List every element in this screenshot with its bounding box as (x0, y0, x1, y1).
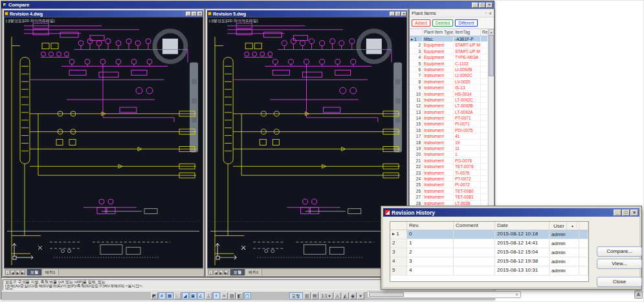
plant-item-row[interactable]: 24InstrumentPT-0072 (410, 176, 488, 182)
plant-item-row[interactable]: 2EquipmentSTART-UP MO... (410, 42, 488, 48)
revision5-titlebar[interactable]: Revision 5.dwg _ □ × (207, 10, 407, 17)
plant-item-row[interactable]: 19Instrument11 (410, 146, 488, 151)
scroll-thumb[interactable] (489, 35, 494, 76)
plant-item-row[interactable]: 16InstrumentPDI-0075 (410, 127, 488, 133)
plant-item-row[interactable]: 23InstrumentTI-0076 (410, 170, 488, 176)
tab-model[interactable]: 모형 (230, 269, 245, 275)
revision-history-title: Revision History (392, 210, 435, 216)
filter-added-button[interactable]: Added (412, 19, 430, 27)
view-button[interactable]: View... (597, 259, 642, 269)
ime-indicator[interactable]: A (634, 290, 643, 299)
plant-item-row[interactable]: 21InstrumentPG-0076 (410, 158, 488, 164)
plant-item-row[interactable]: 11InstrumentLT-0092C (410, 97, 488, 103)
maximize-button[interactable]: □ (479, 3, 485, 8)
plant-item-row[interactable]: 13InstrumentLT-0092A (410, 109, 488, 115)
cell: Instrument (423, 97, 454, 102)
plant-item-row[interactable]: 9InstrumentIS-13 (410, 85, 488, 91)
cell (481, 72, 488, 78)
revision-row[interactable]: 542015-08-13 10:31admin (390, 266, 588, 275)
annotation-scale-button[interactable]: 1:1 ▾ (319, 292, 333, 299)
ortho-icon[interactable]: ∟ (174, 292, 181, 299)
revision-column-headers[interactable]: Rev. Comment Date User▲ (390, 222, 588, 230)
horizontal-scrollbar[interactable] (367, 291, 521, 298)
drawing-canvas-revision4[interactable]: [-][평면도][2D 와이어프레임] (4, 17, 203, 268)
workspace-switching-icon[interactable]: ◉ (350, 292, 357, 299)
minimize-button[interactable]: _ (390, 12, 395, 16)
pin-icon[interactable]: ▫ (485, 11, 487, 16)
close-button[interactable]: × (486, 3, 493, 8)
scroll-thumb[interactable] (369, 292, 404, 297)
scroll-up-icon[interactable]: ▲ (489, 29, 494, 34)
plant-item-row[interactable]: 18Instrument19 (410, 140, 488, 146)
infer-constraints-icon[interactable]: ◩ (151, 292, 158, 299)
minimize-button[interactable]: _ (472, 3, 478, 8)
plant-items-column-headers[interactable]: Plant Item Type ItemTag Revisi (410, 29, 488, 36)
maximize-button[interactable]: □ (395, 12, 401, 16)
cell: 2015-08-12 10:18 (495, 230, 550, 239)
tab-layout1[interactable]: 배치1 (42, 269, 59, 275)
selection-cycling-icon[interactable]: ▢ (244, 292, 251, 299)
plant-item-row[interactable]: 3EquipmentSTART-UP MO... (410, 49, 488, 54)
status-overflow-icon[interactable]: ▾ (357, 292, 364, 299)
plant-item-row[interactable]: 12InstrumentLT-0092B (410, 103, 488, 109)
revision4-titlebar[interactable]: Revision 4.dwg _ □ × (4, 10, 203, 17)
tab-nav-buttons[interactable]: |◀◀▶▶| (4, 269, 27, 275)
grid-icon[interactable]: ▦ (166, 292, 173, 299)
revision-row[interactable]: 212015-08-12 14:41admin (390, 239, 588, 248)
plant-item-row[interactable]: 17Instrument41 (410, 133, 488, 139)
minimize-button[interactable]: _ (614, 210, 621, 216)
quick-view-drawings-icon[interactable]: ▤ (311, 292, 318, 299)
plant-item-row[interactable]: 14InstrumentPT-0071 (410, 115, 488, 121)
polar-tracking-icon[interactable]: ◢ (182, 292, 189, 299)
object-snap-tracking-icon[interactable]: ∠ (197, 292, 205, 299)
maximize-button[interactable]: □ (622, 210, 630, 216)
close-dialog-button[interactable]: Close (597, 277, 642, 287)
tab-model[interactable]: 모형 (27, 269, 42, 275)
snap-icon[interactable]: # (159, 292, 166, 299)
close-button[interactable]: × (197, 12, 203, 16)
viewport-label[interactable]: [-][평면도][2D 와이어프레임] (6, 18, 54, 24)
plant-item-row[interactable]: 15InstrumentPI-0071 (410, 121, 488, 127)
model-space-toggle[interactable]: 모형 (289, 292, 303, 299)
cell: LT-0092C (454, 97, 481, 102)
minimize-button[interactable]: _ (186, 12, 191, 16)
plant-item-row[interactable]: 8InstrumentLV-0020 (410, 79, 488, 85)
compare-titlebar[interactable]: Compare _ □ × (1, 1, 494, 8)
plant-item-row[interactable]: 7InstrumentLI-0092C (410, 72, 488, 78)
osnap-icon[interactable]: ▣ (190, 292, 197, 299)
viewport-label[interactable]: [-][평면도][2D 와이어프레임] (209, 18, 258, 24)
panel-close-icon[interactable]: ✕ (489, 11, 492, 16)
quick-view-layouts-icon[interactable]: ▥ (304, 292, 311, 299)
plant-item-row[interactable]: 22InstrumentTET-0076 (410, 164, 488, 169)
close-button[interactable]: × (401, 12, 406, 16)
revision-row[interactable]: 432015-08-12 19:38admin (390, 257, 588, 266)
revision-row[interactable]: ▸ 102015-08-12 10:18admin (390, 230, 588, 239)
filter-different-button[interactable]: Different (455, 19, 477, 27)
plant-item-row[interactable]: ▸ 1Misc.-A3B1F-P (410, 36, 488, 42)
plant-item-row[interactable]: 25InstrumentPI-0072 (410, 182, 488, 188)
quick-properties-icon[interactable]: ◧ (236, 292, 243, 299)
close-button[interactable]: × (630, 210, 638, 216)
annotation-autoscale-icon[interactable]: ◭ (342, 292, 349, 299)
plant-item-row[interactable]: 4EquipmentTYPE-M03A (410, 54, 488, 60)
plant-item-row[interactable]: 27InstrumentTET-0081 (410, 194, 488, 200)
ducs-icon[interactable]: ⊥ (205, 292, 212, 299)
tab-layout1[interactable]: 배치1 (245, 269, 262, 275)
revision-row[interactable]: 322015-08-12 15:04admin (390, 248, 588, 257)
plant-item-row[interactable]: 20Instrument1 (410, 151, 488, 157)
filter-deleted-button[interactable]: Deleted (432, 19, 453, 27)
revision-history-titlebar[interactable]: Revision History _ □ × (383, 208, 639, 217)
drawing-canvas-revision5[interactable]: [-][평면도][2D 와이어프레임] (207, 17, 407, 268)
lineweight-icon[interactable]: ≡ (221, 292, 228, 299)
tab-nav-buttons[interactable]: |◀◀▶▶| (207, 269, 230, 275)
compare-button[interactable]: Compare... (597, 246, 642, 257)
plant-item-row[interactable]: 28InstrumentLT-0028 (410, 200, 488, 206)
plant-item-row[interactable]: 10InstrumentHS-0014 (410, 91, 488, 97)
plant-item-row[interactable]: 26InstrumentTET-0080 (410, 188, 488, 194)
transparency-icon[interactable]: ▨ (228, 292, 236, 299)
maximize-button[interactable]: □ (192, 12, 197, 16)
plant-item-row[interactable]: 6InstrumentLI-0092B (410, 67, 488, 72)
plant-item-row[interactable]: 5EquipmentC-1102 (410, 61, 488, 67)
annotation-visibility-icon[interactable]: ◬ (334, 292, 341, 299)
dynamic-input-icon[interactable]: + (213, 292, 220, 299)
